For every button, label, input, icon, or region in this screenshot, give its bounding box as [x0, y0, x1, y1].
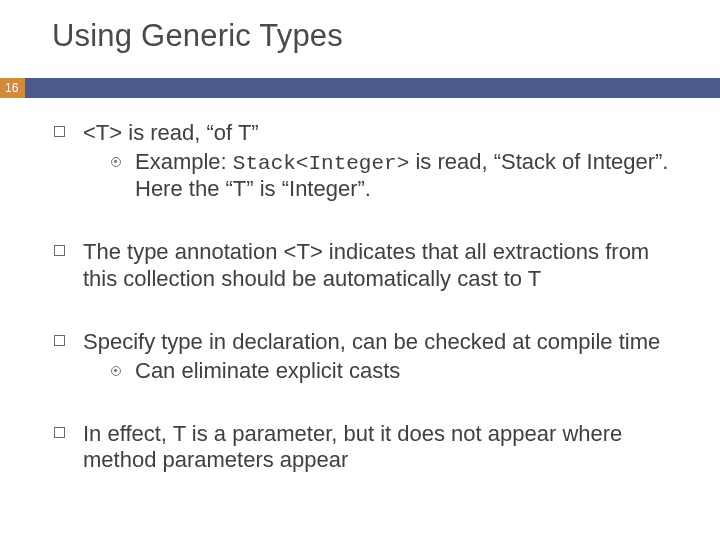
bullet-2-text: The type annotation <T> indicates that a…: [83, 239, 678, 293]
bullet-3-text: Specify type in declaration, can be chec…: [83, 329, 660, 354]
bullet-2: The type annotation <T> indicates that a…: [54, 239, 678, 293]
bullet-4: In effect, T is a parameter, but it does…: [54, 421, 678, 475]
bullet-1-sub-pre: Example:: [135, 149, 233, 174]
bullet-3: Specify type in declaration, can be chec…: [54, 329, 678, 385]
bullet-1-body: <T> is read, “of T” Example: Stack<Integ…: [83, 120, 678, 203]
bullet-1-text: <T> is read, “of T”: [83, 120, 259, 145]
bullet-3-sub: Can eliminate explicit casts: [83, 358, 678, 385]
bullet-1-sub: Example: Stack<Integer> is read, “Stack …: [83, 149, 678, 203]
bullet-1-sub-body: Example: Stack<Integer> is read, “Stack …: [135, 149, 678, 203]
square-bullet-icon: [54, 126, 65, 137]
slide: Using Generic Types 16 <T> is read, “of …: [0, 0, 720, 540]
bullet-3-body: Specify type in declaration, can be chec…: [83, 329, 678, 385]
circle-bullet-icon: [111, 366, 121, 376]
bullet-1-sub-code: Stack<Integer>: [233, 152, 409, 175]
bullet-1: <T> is read, “of T” Example: Stack<Integ…: [54, 120, 678, 203]
content-area: <T> is read, “of T” Example: Stack<Integ…: [0, 98, 720, 474]
page-number-badge: 16: [0, 78, 25, 98]
header-bar: 16: [0, 78, 720, 98]
slide-title: Using Generic Types: [0, 18, 720, 78]
square-bullet-icon: [54, 427, 65, 438]
square-bullet-icon: [54, 245, 65, 256]
bullet-3-sub-text: Can eliminate explicit casts: [135, 358, 678, 385]
circle-bullet-icon: [111, 157, 121, 167]
bullet-4-text: In effect, T is a parameter, but it does…: [83, 421, 678, 475]
square-bullet-icon: [54, 335, 65, 346]
